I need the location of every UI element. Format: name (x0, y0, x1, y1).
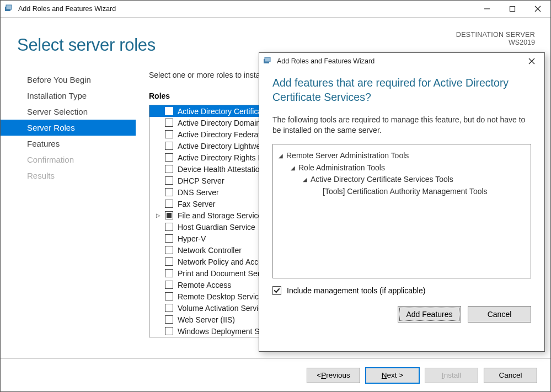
tree-item[interactable]: ◢Active Directory Certificate Services T… (279, 174, 525, 186)
checkbox-icon[interactable] (165, 188, 173, 196)
checkbox-icon[interactable] (165, 292, 173, 300)
tree-item[interactable]: ◢Remote Server Administration Tools (279, 150, 525, 162)
next-button[interactable]: Next > (366, 368, 419, 383)
close-button[interactable] (525, 1, 550, 18)
checkbox-icon[interactable] (165, 211, 173, 219)
tree-item[interactable]: ◢Role Administration Tools (279, 162, 525, 174)
role-label: Device Health Attestation (178, 165, 264, 174)
role-label: DNS Server (178, 188, 219, 197)
features-tree[interactable]: ◢Remote Server Administration Tools◢Role… (272, 144, 531, 278)
role-label: DHCP Server (178, 176, 224, 185)
checkbox-icon[interactable] (165, 269, 173, 277)
install-button: Install (425, 368, 478, 383)
checkbox-icon[interactable] (165, 281, 173, 289)
checkbox-icon[interactable] (165, 142, 173, 150)
window-controls (474, 1, 550, 18)
checkbox-icon[interactable] (165, 223, 173, 231)
checkbox-icon[interactable] (165, 176, 173, 185)
checkbox-icon[interactable] (165, 257, 173, 266)
dialog-close-button[interactable] (519, 53, 544, 70)
include-mgmt-label: Include management tools (if applicable) (287, 286, 425, 295)
tree-item[interactable]: [Tools] Certification Authority Manageme… (279, 186, 525, 198)
role-label: Network Controller (178, 246, 242, 255)
checkbox-icon[interactable] (165, 246, 173, 254)
svg-rect-1 (6, 5, 12, 9)
tree-expand-icon[interactable]: ◢ (303, 175, 311, 184)
role-label: Web Server (IIS) (178, 315, 235, 324)
checkbox-icon[interactable] (165, 107, 173, 115)
main-window: Add Roles and Features Wizard Select ser… (0, 0, 551, 392)
checkbox-icon (272, 286, 281, 295)
tree-label: Role Administration Tools (298, 162, 385, 174)
minimize-button[interactable] (474, 1, 500, 18)
nav-item-before-you-begin[interactable]: Before You Begin (1, 72, 136, 88)
tree-label: Remote Server Administration Tools (286, 150, 409, 162)
nav-item-server-roles[interactable]: Server Roles (1, 120, 136, 136)
checkbox-icon[interactable] (165, 119, 173, 127)
role-label: Remote Desktop Services (178, 292, 267, 301)
role-label: Host Guardian Service (178, 223, 255, 232)
nav-item-features[interactable]: Features (1, 136, 136, 152)
titlebar[interactable]: Add Roles and Features Wizard (1, 1, 550, 18)
tree-label: [Tools] Certification Authority Manageme… (323, 186, 488, 198)
tree-expand-icon[interactable]: ◢ (291, 164, 298, 173)
nav: Before You BeginInstallation TypeServer … (1, 71, 136, 358)
nav-item-installation-type[interactable]: Installation Type (1, 88, 136, 104)
role-label: Fax Server (178, 200, 215, 208)
destination-label: DESTINATION SERVER (456, 31, 535, 39)
svg-rect-7 (265, 57, 270, 62)
tree-label: Active Directory Certificate Services To… (311, 174, 453, 186)
add-features-dialog: Add Roles and Features Wizard Add featur… (259, 52, 545, 352)
dialog-cancel-button[interactable]: Cancel (468, 306, 531, 323)
checkbox-icon[interactable] (165, 304, 173, 312)
dialog-titlebar[interactable]: Add Roles and Features Wizard (259, 53, 544, 70)
role-label: Volume Activation Services (178, 304, 270, 313)
expand-icon[interactable]: ▷ (156, 212, 161, 218)
nav-item-results: Results (1, 168, 136, 184)
maximize-button[interactable] (500, 1, 525, 18)
window-title: Add Roles and Features Wizard (18, 5, 474, 13)
checkbox-icon[interactable] (165, 234, 173, 243)
cancel-button[interactable]: Cancel (484, 368, 537, 383)
include-mgmt-checkbox[interactable]: Include management tools (if applicable) (272, 286, 531, 295)
nav-item-server-selection[interactable]: Server Selection (1, 104, 136, 120)
wizard-icon (263, 56, 272, 66)
wizard-buttons: < Previous Next > Install Cancel (1, 358, 550, 391)
dialog-description: The following tools are required to mana… (272, 115, 531, 136)
previous-button[interactable]: < Previous (307, 368, 360, 383)
dialog-heading: Add features that are required for Activ… (272, 76, 531, 105)
role-label: Hyper-V (178, 234, 206, 243)
wizard-icon (4, 4, 14, 14)
destination-block: DESTINATION SERVER WS2019 (456, 31, 535, 46)
checkbox-icon[interactable] (165, 327, 173, 335)
tree-expand-icon[interactable]: ◢ (279, 152, 286, 160)
checkbox-icon[interactable] (165, 130, 173, 138)
add-features-button[interactable]: Add Features (398, 306, 461, 323)
checkbox-icon[interactable] (165, 200, 173, 208)
checkbox-icon[interactable] (165, 165, 173, 173)
nav-item-confirmation: Confirmation (1, 152, 136, 168)
role-label: Remote Access (178, 281, 231, 289)
dialog-title: Add Roles and Features Wizard (277, 57, 519, 65)
checkbox-icon[interactable] (165, 153, 173, 162)
checkbox-icon[interactable] (165, 315, 173, 324)
svg-rect-3 (510, 7, 515, 12)
destination-server: WS2019 (456, 39, 535, 46)
